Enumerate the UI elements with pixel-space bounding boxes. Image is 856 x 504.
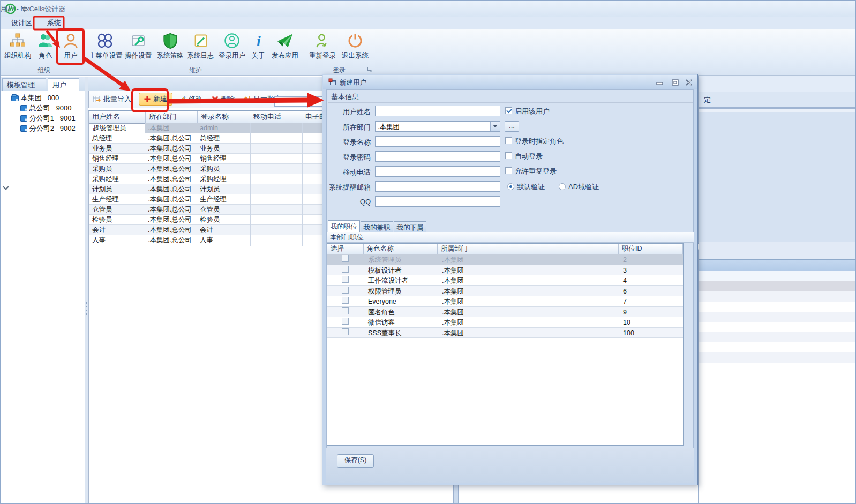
role-row[interactable]: SSS董事长.本集团100 bbox=[327, 328, 683, 338]
column-header[interactable]: 选择 bbox=[327, 244, 364, 254]
publish-app-button[interactable]: 发布应用 bbox=[269, 30, 301, 65]
toolbar-separator bbox=[136, 94, 136, 104]
ribbon-tab-design[interactable]: 设计区 bbox=[5, 17, 39, 29]
role-select-checkbox[interactable] bbox=[342, 307, 349, 314]
relogin-button[interactable]: 重新登录 bbox=[307, 30, 338, 65]
role-select-checkbox[interactable] bbox=[342, 328, 349, 335]
grid-line bbox=[438, 254, 438, 338]
bg-band bbox=[699, 242, 856, 259]
svg-text:i: i bbox=[257, 33, 261, 49]
tab-my-concurrent-posts[interactable]: 我的兼职 bbox=[361, 221, 393, 232]
about-button[interactable]: i 关于 bbox=[249, 30, 268, 65]
column-header[interactable]: 登录名称 bbox=[198, 111, 250, 123]
default-auth-radio[interactable] bbox=[507, 183, 514, 190]
minimize-button[interactable] bbox=[656, 79, 664, 87]
role-select-checkbox[interactable] bbox=[342, 276, 349, 283]
ribbon-separator bbox=[87, 31, 87, 72]
bg-row bbox=[699, 312, 856, 322]
system-log-button[interactable]: 系统日志 bbox=[186, 30, 215, 65]
tab-users[interactable]: 用户 bbox=[48, 78, 79, 91]
delete-user-button[interactable]: 删除 bbox=[208, 94, 238, 104]
plus-icon bbox=[144, 96, 151, 102]
org-structure-button[interactable]: 组织机构 bbox=[3, 30, 33, 65]
auto-login-checkbox[interactable] bbox=[505, 152, 512, 159]
browse-department-button[interactable]: ... bbox=[505, 121, 519, 132]
org-tree-panel: 本集团000 总公司9000 分公司19001 分公司29002 bbox=[1, 91, 85, 504]
field-label: 所在部门 bbox=[324, 123, 371, 132]
chevron-down-icon[interactable] bbox=[490, 122, 500, 131]
about-icon: i bbox=[249, 30, 268, 51]
user-name-field[interactable] bbox=[375, 106, 500, 116]
role-row[interactable]: 微信访客.本集团10 bbox=[327, 317, 683, 328]
main-splitter[interactable] bbox=[453, 485, 459, 504]
column-header[interactable]: 移动电话 bbox=[250, 111, 302, 123]
bg-band-header: 定 bbox=[699, 92, 856, 107]
expand-chevron-icon[interactable] bbox=[3, 184, 9, 190]
bg-band-subheader bbox=[699, 271, 856, 281]
tree-item-child[interactable]: 分公司29002 bbox=[20, 123, 76, 133]
tab-template-management[interactable]: 模板管理 bbox=[2, 78, 46, 91]
main-menu-icon bbox=[89, 30, 121, 51]
login-password-field[interactable] bbox=[375, 151, 500, 162]
assign-role-checkbox[interactable] bbox=[505, 137, 512, 144]
ribbon-tab-strip: 设计区 系统 bbox=[1, 17, 856, 29]
close-icon[interactable] bbox=[685, 79, 693, 87]
radio-label: 默认验证 bbox=[517, 182, 545, 192]
application-window: 用户 - NxCells设计器 设计区 系统 组织机构 角色 bbox=[0, 0, 856, 504]
role-select-checkbox[interactable] bbox=[342, 287, 349, 294]
role-row[interactable]: 匿名角色.本集团9 bbox=[327, 307, 683, 318]
role-select-checkbox[interactable] bbox=[342, 318, 349, 325]
role-row[interactable]: 工作流设计者.本集团4 bbox=[327, 275, 683, 286]
dialog-title-bar[interactable]: 新建用户 bbox=[323, 75, 697, 89]
department-combobox[interactable]: .本集团 bbox=[375, 121, 500, 132]
roles-button[interactable]: 角色 bbox=[35, 30, 56, 65]
users-button[interactable]: 用户 bbox=[58, 30, 83, 65]
save-button[interactable]: 保存(S) bbox=[337, 454, 374, 468]
main-menu-settings-button[interactable]: 主菜单设置 bbox=[89, 30, 121, 65]
login-group-launcher-icon[interactable] bbox=[367, 65, 372, 73]
exit-system-button[interactable]: 退出系统 bbox=[339, 30, 371, 65]
batch-import-button[interactable]: 批量导入 bbox=[89, 94, 135, 104]
tree-item-child[interactable]: 总公司9000 bbox=[20, 103, 72, 113]
login-users-button[interactable]: 登录用户 bbox=[216, 30, 247, 65]
tree-item-child[interactable]: 分公司19001 bbox=[20, 113, 76, 123]
group-label-login: 登录 bbox=[305, 66, 373, 74]
column-header[interactable]: 所在部门 bbox=[146, 111, 198, 123]
column-header[interactable]: 所属部门 bbox=[438, 244, 619, 254]
role-row-selected[interactable]: 系统管理员.本集团2 bbox=[327, 254, 683, 265]
panel-splitter[interactable] bbox=[85, 77, 88, 504]
role-select-checkbox[interactable] bbox=[342, 255, 349, 262]
enable-user-checkbox[interactable] bbox=[505, 107, 512, 114]
system-policy-button[interactable]: 系统策略 bbox=[155, 30, 185, 65]
role-select-checkbox[interactable] bbox=[342, 297, 349, 304]
new-user-button[interactable]: 新建 bbox=[139, 93, 172, 106]
column-header[interactable]: 角色名称 bbox=[364, 244, 438, 254]
reminder-email-field[interactable] bbox=[375, 181, 500, 192]
allow-duplicate-login-checkbox[interactable] bbox=[505, 167, 512, 174]
sort-order-icon bbox=[244, 95, 251, 103]
column-header[interactable]: 职位ID bbox=[619, 244, 683, 254]
edit-user-button[interactable]: 修改 bbox=[175, 94, 206, 104]
operation-settings-button[interactable]: 操作设置 bbox=[123, 30, 154, 65]
ribbon-group-organization: 组织机构 角色 用户 组织 bbox=[2, 29, 86, 75]
window-title: 用户 - NxCells设计器 bbox=[1, 4, 65, 14]
role-row[interactable]: 权限管理员.本集团6 bbox=[327, 286, 683, 297]
tab-my-positions[interactable]: 我的职位 bbox=[328, 220, 360, 232]
tree-item-root[interactable]: 本集团000 bbox=[11, 93, 59, 103]
role-row[interactable]: 模板设计者.本集团3 bbox=[327, 265, 683, 276]
role-row[interactable]: Everyone.本集团7 bbox=[327, 296, 683, 307]
role-select-checkbox[interactable] bbox=[342, 266, 349, 273]
section-divider bbox=[328, 102, 693, 103]
bg-partial-text: 定 bbox=[704, 95, 711, 105]
ribbon-tab-system[interactable]: 系统 bbox=[41, 17, 67, 29]
login-name-field[interactable] bbox=[375, 136, 500, 147]
radio-label: AD域验证 bbox=[568, 182, 599, 192]
maximize-button[interactable] bbox=[671, 79, 679, 87]
field-label: 用户姓名 bbox=[324, 107, 371, 117]
tab-my-subordinates[interactable]: 我的下属 bbox=[394, 221, 426, 232]
mobile-phone-field[interactable] bbox=[375, 166, 500, 177]
qq-field[interactable] bbox=[375, 196, 500, 207]
delete-x-icon bbox=[212, 96, 219, 103]
column-header[interactable]: 用户姓名 bbox=[89, 111, 146, 123]
ad-domain-auth-radio[interactable] bbox=[559, 183, 566, 190]
